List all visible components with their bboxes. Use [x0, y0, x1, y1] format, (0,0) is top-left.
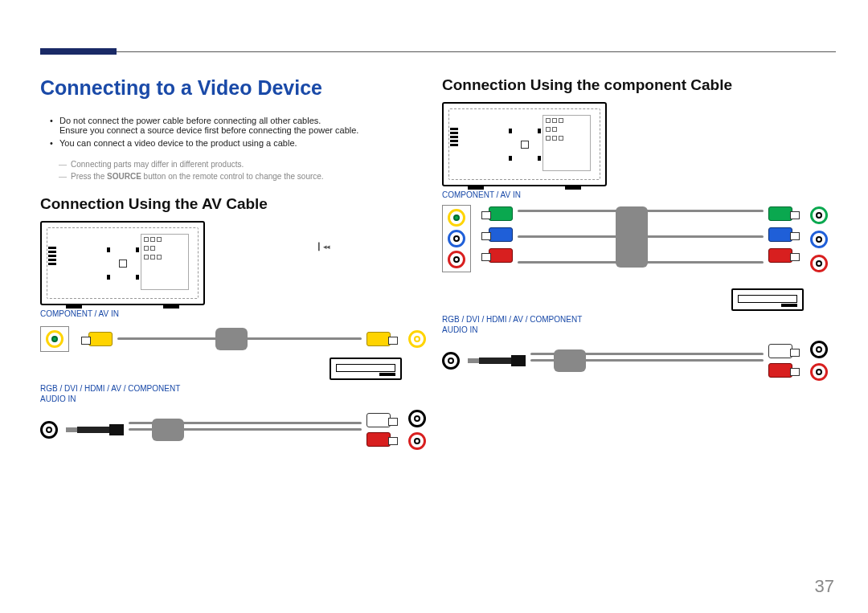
jack-red-icon: [448, 251, 465, 268]
rca-plug-green-icon: [489, 206, 513, 221]
jack-red-icon: [810, 363, 828, 381]
bullet-item: You can connect a video device to the pr…: [59, 138, 426, 148]
dvd-player-icon: [731, 288, 804, 311]
av-video-cable: [40, 325, 426, 353]
port-label: COMPONENT / AV IN: [40, 309, 426, 319]
component-diagram: COMPONENT / AV IN: [442, 102, 828, 385]
stereo-plug-icon: [479, 355, 526, 366]
component-heading: Connection Using the component Cable: [442, 76, 828, 94]
left-column: Connecting to a Video Device Do not conn…: [40, 76, 426, 454]
rca-plug-yellow-icon: [366, 332, 391, 346]
component-audio-cable: [442, 337, 828, 385]
rca-plug-red-icon: [366, 432, 391, 447]
bullet-item: Do not connect the power cable before co…: [59, 116, 426, 135]
jack-red-icon: [810, 255, 828, 272]
rca-plug-blue-icon: [489, 227, 513, 242]
note-item: Connecting parts may differ in different…: [71, 160, 426, 169]
jack-green-icon: [810, 206, 828, 224]
port-label: RGB / DVI / HDMI / AV / COMPONENT AUDIO …: [442, 314, 828, 335]
component-cable: [442, 205, 828, 285]
rca-plug-blue-icon: [768, 227, 792, 242]
av-heading: Connection Using the AV Cable: [40, 195, 426, 213]
instruction-list: Do not connect the power cable before co…: [59, 116, 426, 148]
audio-jack-icon: [40, 421, 58, 439]
rca-plug-yellow-icon: [88, 332, 113, 346]
jack-white-icon: [810, 341, 828, 358]
av-diagram: COMPONENT / AV IN RGB / DVI / HDMI / AV …: [40, 221, 426, 454]
jack-green-icon: [448, 209, 465, 227]
rca-plug-white-icon: [366, 413, 391, 427]
page-title: Connecting to a Video Device: [40, 76, 426, 100]
jack-yellow-icon: [408, 330, 426, 348]
jack-blue-icon: [448, 230, 465, 247]
jack-blue-icon: [810, 231, 828, 248]
av-audio-cable: [40, 406, 426, 454]
rca-plug-red-icon: [489, 248, 513, 263]
monitor-back-icon: [40, 221, 205, 305]
rca-plug-green-icon: [768, 206, 792, 221]
note-item: Press the SOURCE button on the remote co…: [71, 172, 426, 181]
port-label: RGB / DVI / HDMI / AV / COMPONENT AUDIO …: [40, 383, 426, 404]
jack-red-icon: [408, 432, 426, 450]
monitor-back-icon: [442, 102, 607, 186]
right-column: Connection Using the component Cable COM…: [442, 76, 828, 385]
page-number: 37: [815, 576, 834, 597]
header-accent-bar: [40, 48, 117, 55]
header-rule: [40, 51, 836, 52]
rca-plug-red-icon: [768, 248, 792, 263]
audio-jack-icon: [442, 352, 460, 370]
jack-white-icon: [408, 410, 426, 427]
jack-green-icon: [46, 330, 63, 348]
dvd-player-icon: [330, 358, 402, 380]
rca-plug-white-icon: [768, 344, 792, 358]
rca-plug-red-icon: [768, 363, 792, 378]
port-label: COMPONENT / AV IN: [442, 190, 828, 200]
stereo-plug-icon: [77, 424, 124, 435]
